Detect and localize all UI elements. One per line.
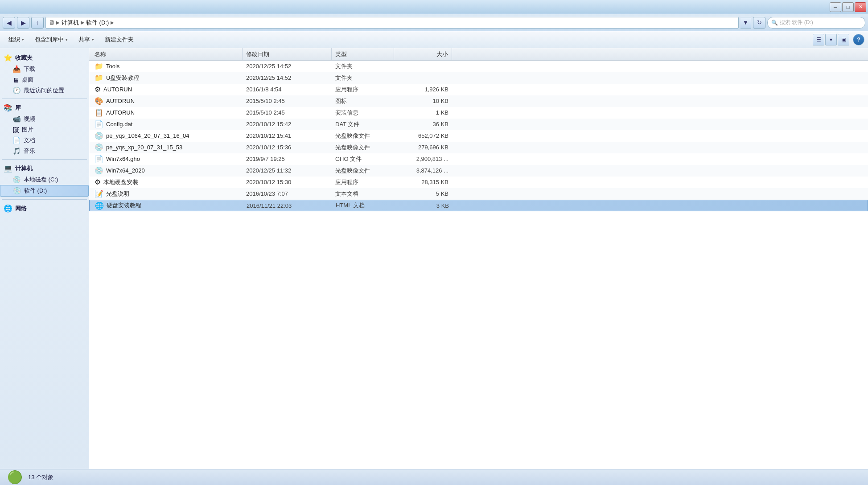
organize-button[interactable]: 组织 ▾ <box>4 33 29 46</box>
sidebar-item-video[interactable]: 📹 视频 <box>0 114 89 124</box>
video-icon: 📹 <box>12 115 21 123</box>
forward-button[interactable]: ▶ <box>17 17 29 29</box>
file-name: U盘安装教程 <box>106 74 139 82</box>
sidebar-item-pictures[interactable]: 🖼 图片 <box>0 124 89 135</box>
file-type-icon: 💿 <box>95 143 103 152</box>
toolbar: 组织 ▾ 包含到库中 ▾ 共享 ▾ 新建文件夹 ☰ ▾ ▣ ? <box>0 31 868 48</box>
sidebar-item-d-drive[interactable]: 💿 软件 (D:) <box>0 185 89 197</box>
sidebar-item-documents[interactable]: 📄 文档 <box>0 135 89 146</box>
col-header-size[interactable]: 大小 <box>394 48 452 60</box>
table-row[interactable]: 💿 Win7x64_2020 2020/12/25 11:32 光盘映像文件 3… <box>89 165 868 177</box>
music-icon: 🎵 <box>12 147 21 155</box>
file-type-cell: HTML 文档 <box>332 201 395 210</box>
file-type-cell: 安装信息 <box>332 109 394 117</box>
sidebar-item-recent[interactable]: 🕐 最近访问的位置 <box>0 85 89 96</box>
file-name: pe_yqs_xp_20_07_31_15_53 <box>106 144 182 151</box>
addressbar: ◀ ▶ ↑ 🖥 ▶ 计算机 ▶ 软件 (D:) ▶ ▼ ↻ 🔍 搜索 软件 (D… <box>0 14 868 31</box>
table-row[interactable]: 💿 pe_yqs_xp_20_07_31_15_53 2020/10/12 15… <box>89 142 868 153</box>
view-dropdown-button[interactable]: ▾ <box>825 34 837 45</box>
file-type-icon: 📄 <box>95 155 103 163</box>
sidebar-item-download[interactable]: 📥 下载 <box>0 64 89 74</box>
file-date-cell: 2015/5/10 2:45 <box>243 109 332 116</box>
file-name-cell: 📋 AUTORUN <box>91 108 243 117</box>
view-toggle-button[interactable]: ☰ <box>813 34 824 45</box>
table-row[interactable]: 💿 pe_yqs_1064_20_07_31_16_04 2020/10/12 … <box>89 130 868 142</box>
sidebar-item-c-drive[interactable]: 💿 本地磁盘 (C:) <box>0 174 89 185</box>
file-date-cell: 2016/10/23 7:07 <box>243 190 332 197</box>
address-dropdown[interactable]: ▼ <box>740 17 751 29</box>
file-size-cell: 652,072 KB <box>394 132 452 139</box>
maximize-button[interactable]: □ <box>842 2 854 12</box>
recent-icon: 🕐 <box>12 86 21 95</box>
preview-pane-button[interactable]: ▣ <box>838 34 849 45</box>
file-date-cell: 2015/5/10 2:45 <box>243 98 332 104</box>
file-name-cell: ⚙ 本地硬盘安装 <box>91 178 243 186</box>
share-label: 共享 <box>78 36 90 44</box>
file-name: AUTORUN <box>106 98 135 104</box>
file-date-cell: 2016/11/21 22:03 <box>243 202 332 209</box>
share-button[interactable]: 共享 ▾ <box>74 33 99 46</box>
status-icon: 🟢 <box>7 470 23 485</box>
new-folder-button[interactable]: 新建文件夹 <box>100 33 139 46</box>
table-row[interactable]: 📝 光盘说明 2016/10/23 7:07 文本文档 5 KB <box>89 188 868 200</box>
file-date-cell: 2020/10/12 15:41 <box>243 132 332 139</box>
path-drive[interactable]: 软件 (D:) <box>86 19 109 27</box>
table-row[interactable]: 🎨 AUTORUN 2015/5/10 2:45 图标 10 KB <box>89 95 868 107</box>
favorites-icon: ⭐ <box>4 53 12 62</box>
sidebar-item-desktop-label: 桌面 <box>22 76 33 84</box>
sidebar-item-music[interactable]: 🎵 音乐 <box>0 146 89 156</box>
search-icon: 🔍 <box>771 20 778 26</box>
library-header[interactable]: 📚 库 <box>0 102 89 114</box>
file-date-cell: 2020/10/12 15:36 <box>243 144 332 151</box>
computer-header[interactable]: 💻 计算机 <box>0 162 89 174</box>
table-row[interactable]: ⚙ 本地硬盘安装 2020/10/12 15:30 应用程序 28,315 KB <box>89 177 868 188</box>
file-size-cell: 1 KB <box>394 109 452 116</box>
organize-arrow: ▾ <box>22 37 24 42</box>
library-icon: 📚 <box>4 103 12 112</box>
file-size-cell: 10 KB <box>394 98 452 104</box>
file-name: pe_yqs_1064_20_07_31_16_04 <box>106 132 189 139</box>
sidebar-item-desktop[interactable]: 🖥 桌面 <box>0 74 89 85</box>
network-header[interactable]: 🌐 网络 <box>0 202 89 214</box>
file-name: 光盘说明 <box>106 190 129 198</box>
sidebar-item-c-drive-label: 本地磁盘 (C:) <box>24 176 58 184</box>
refresh-button[interactable]: ↻ <box>753 17 765 29</box>
file-type-icon: 📄 <box>95 120 103 128</box>
file-size-cell: 36 KB <box>394 121 452 127</box>
include-library-button[interactable]: 包含到库中 ▾ <box>30 33 73 46</box>
computer-section: 💻 计算机 💿 本地磁盘 (C:) 💿 软件 (D:) <box>0 162 89 197</box>
path-computer[interactable]: 计算机 <box>62 19 79 27</box>
close-button[interactable]: ✕ <box>855 2 866 12</box>
network-section: 🌐 网络 <box>0 202 89 214</box>
favorites-label: 收藏夹 <box>15 54 33 62</box>
table-row[interactable]: ⚙ AUTORUN 2016/1/8 4:54 应用程序 1,926 KB <box>89 84 868 95</box>
file-name: Win7x64.gho <box>106 156 140 162</box>
help-button[interactable]: ? <box>853 34 864 45</box>
table-row[interactable]: 📄 Config.dat 2020/10/12 15:42 DAT 文件 36 … <box>89 119 868 130</box>
file-list: 📁 Tools 2020/12/25 14:52 文件夹 📁 U盘安装教程 20… <box>89 61 868 469</box>
statusbar: 🟢 13 个对象 <box>0 469 868 485</box>
path-sep: ▶ <box>81 20 84 25</box>
file-name-cell: 📝 光盘说明 <box>91 189 243 198</box>
table-row[interactable]: 📁 Tools 2020/12/25 14:52 文件夹 <box>89 61 868 72</box>
table-row[interactable]: 📄 Win7x64.gho 2019/9/7 19:25 GHO 文件 2,90… <box>89 153 868 165</box>
address-path[interactable]: 🖥 ▶ 计算机 ▶ 软件 (D:) ▶ <box>45 17 739 29</box>
table-row[interactable]: 🌐 硬盘安装教程 2016/11/21 22:03 HTML 文档 3 KB <box>89 200 868 211</box>
up-button[interactable]: ↑ <box>31 17 44 29</box>
computer-icon: 💻 <box>4 164 12 173</box>
col-header-type[interactable]: 类型 <box>332 48 394 60</box>
minimize-button[interactable]: ─ <box>830 2 841 12</box>
table-row[interactable]: 📁 U盘安装教程 2020/12/25 14:52 文件夹 <box>89 72 868 84</box>
include-arrow: ▾ <box>66 37 68 42</box>
file-type-icon: 📝 <box>95 189 103 198</box>
table-row[interactable]: 📋 AUTORUN 2015/5/10 2:45 安装信息 1 KB <box>89 107 868 119</box>
back-button[interactable]: ◀ <box>3 17 15 29</box>
favorites-header[interactable]: ⭐ 收藏夹 <box>0 52 89 64</box>
file-type-icon: 🎨 <box>95 97 103 105</box>
col-header-name[interactable]: 名称 <box>91 48 243 60</box>
file-type-cell: DAT 文件 <box>332 120 394 128</box>
file-name-cell: 🎨 AUTORUN <box>91 97 243 105</box>
search-box[interactable]: 🔍 搜索 软件 (D:) <box>767 17 865 29</box>
sidebar-item-download-label: 下载 <box>24 65 35 73</box>
col-header-date[interactable]: 修改日期 <box>243 48 332 60</box>
